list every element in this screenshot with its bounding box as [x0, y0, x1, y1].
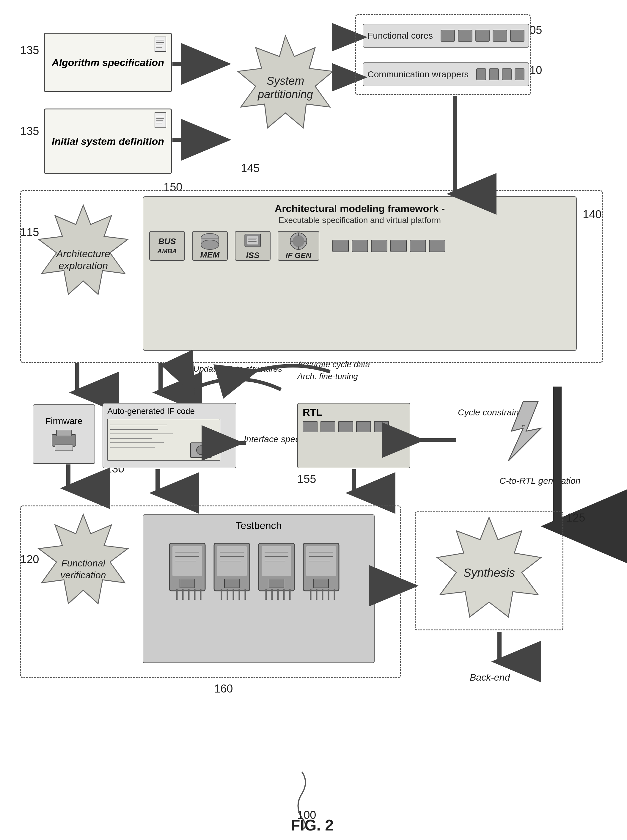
svg-text:Synthesis: Synthesis — [463, 566, 515, 579]
svg-rect-24 — [247, 236, 258, 245]
chain-block-5 — [410, 240, 426, 252]
svg-rect-98 — [314, 579, 329, 588]
rtl-box: RTL — [297, 403, 410, 468]
chain-block-1 — [332, 240, 349, 252]
chain-block-2 — [352, 240, 368, 252]
chain-block-6 — [429, 240, 445, 252]
svg-rect-38 — [57, 430, 71, 436]
ref-160: 160 — [214, 682, 233, 695]
svg-text:partitioning: partitioning — [257, 88, 313, 101]
rtl-block-4 — [356, 421, 371, 432]
rtl-label: RTL — [302, 407, 405, 418]
algo-spec-title: Algorithm specification — [52, 56, 164, 69]
ref-125: 125 — [566, 511, 585, 524]
svg-point-29 — [293, 235, 304, 247]
ref-135b: 135 — [20, 125, 39, 138]
arrow-synthesis-to-backend — [488, 632, 511, 668]
svg-text:System: System — [267, 75, 304, 87]
arrow-framework-down — [149, 363, 172, 399]
arrow-cycle-to-rtl — [415, 431, 459, 449]
arrow-firmware-down — [60, 465, 77, 494]
svg-rect-5 — [154, 112, 166, 127]
svg-rect-0 — [154, 36, 166, 52]
fw-icon-ifgen: IF GEN — [278, 231, 319, 261]
ref-155: 155 — [297, 473, 316, 485]
starburst-synthesis: Synthesis — [421, 514, 558, 627]
ref-145: 145 — [241, 162, 260, 175]
ref-135a: 135 — [20, 44, 39, 57]
init-sys-doc: Initial system definition — [44, 109, 172, 174]
arrow-cores-to-framework — [443, 96, 467, 200]
firmware-box: Firmware — [33, 404, 95, 464]
chain-block-4 — [390, 240, 407, 252]
svg-rect-65 — [180, 579, 195, 588]
svg-rect-76 — [224, 579, 239, 588]
doc-icon-algo — [154, 36, 168, 53]
ifcode-box: Auto-generated IF code — [102, 403, 236, 468]
backend-label: Back-end — [470, 672, 510, 683]
doc-icon-init — [154, 112, 168, 129]
svg-rect-87 — [269, 579, 284, 588]
diagram: 135 Algorithm specification 135 Initial … — [0, 0, 627, 840]
arrow-accurate-cycle — [244, 357, 333, 386]
init-sys-title: Initial system definition — [52, 135, 164, 148]
chain-block-3 — [371, 240, 388, 252]
fw-chain — [332, 240, 445, 252]
ifcode-label: Auto-generated IF code — [107, 407, 232, 416]
rtl-block-1 — [302, 421, 318, 432]
firmware-label: Firmware — [46, 416, 83, 426]
rtl-block-5 — [374, 421, 389, 432]
svg-point-48 — [197, 446, 205, 455]
arrow-arch-down-left — [65, 363, 89, 399]
rtl-blocks — [302, 421, 405, 432]
svg-point-22 — [201, 240, 219, 249]
fig-label: FIG. 2 — [253, 816, 372, 834]
testbench-box: Testbench — [143, 514, 375, 663]
framework-subtitle: Executable specification and virtual pla… — [149, 216, 570, 225]
ref-140: 140 — [583, 208, 602, 221]
algo-spec-doc: Algorithm specification — [44, 33, 172, 92]
framework-box: Architectural modeling framework - Execu… — [143, 196, 577, 351]
starburst-func-verification: Functional verification — [27, 511, 140, 624]
svg-rect-39 — [55, 445, 73, 451]
arrow-iface-to-ifcode — [236, 428, 247, 458]
arrow-rtl-down — [345, 469, 363, 499]
cores-wrappers-dashed-box — [355, 14, 531, 95]
svg-text:verification: verification — [61, 570, 106, 580]
starburst-system-partitioning: System partitioning — [223, 33, 348, 158]
framework-icons-row: BUS AMBA MEM — [149, 231, 570, 261]
rtl-block-3 — [338, 421, 353, 432]
fw-icon-iss: ISS — [235, 231, 271, 261]
starburst-arch-exploration: Architecture exploration — [27, 202, 140, 315]
framework-title: Architectural modeling framework - — [149, 203, 570, 214]
arrow-ifcode-down — [149, 469, 167, 499]
svg-text:exploration: exploration — [58, 260, 108, 271]
interface-spec-label: Interface spec. — [244, 434, 302, 444]
arrow-testbench-to-synthesis — [375, 577, 416, 595]
svg-text:Functional: Functional — [61, 558, 106, 569]
svg-text:Architecture: Architecture — [55, 248, 110, 259]
testbench-label: Testbench — [236, 520, 282, 531]
fw-icon-bus: BUS AMBA — [149, 231, 185, 261]
fw-icon-mem: MEM — [192, 231, 228, 261]
rtl-block-2 — [320, 421, 336, 432]
